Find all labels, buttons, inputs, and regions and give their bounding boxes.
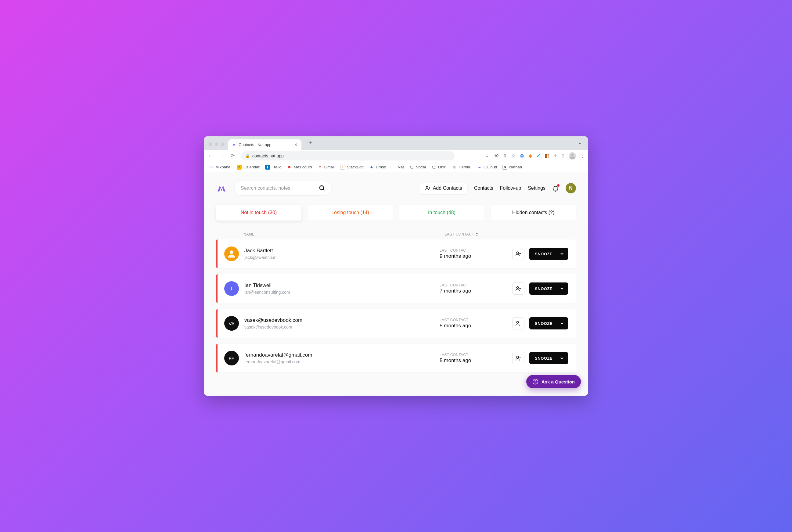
chevron-down-icon[interactable]	[557, 252, 564, 255]
contact-row[interactable]: FE fernandoavarelaf@gmail.com fernandoav…	[216, 344, 576, 373]
search-field[interactable]	[234, 181, 332, 195]
person-icon	[227, 249, 236, 259]
close-window-icon[interactable]	[209, 142, 212, 146]
bookmark-trello[interactable]: ▮Trello	[265, 165, 282, 170]
snooze-label: SNOOZE	[535, 286, 552, 291]
app-logo-icon[interactable]	[216, 183, 227, 194]
toolbar-icons: ⭳ 👁 ⇧ ☆ ◎ ◆ ✔ ◧ ✦ ▯ ⋮	[485, 152, 585, 159]
star-icon[interactable]: ☆	[511, 153, 515, 159]
help-icon	[532, 379, 539, 385]
extensions-icon[interactable]: ✦	[553, 153, 558, 159]
address-bar: ← → ⟳ 🔒 contacts.nat.app ⭳ 👁 ⇧ ☆ ◎ ◆ ✔ ◧…	[204, 150, 588, 162]
reload-button[interactable]: ⟳	[229, 153, 236, 159]
snooze-button[interactable]: SNOOZE	[529, 352, 568, 364]
url-field[interactable]: 🔒 contacts.nat.app	[241, 151, 455, 160]
eye-icon[interactable]: 👁	[494, 153, 499, 159]
minimize-window-icon[interactable]	[215, 142, 219, 146]
contact-name: Jack Bartlett	[244, 248, 434, 254]
app-header: Add Contacts Contacts Follow-up Settings…	[204, 172, 588, 202]
remove-contact-button[interactable]	[512, 317, 525, 329]
browser-tab[interactable]: Contacts | Nat.app ✕	[228, 139, 301, 150]
back-button[interactable]: ←	[207, 153, 214, 159]
filter-row: Not in touch (30) Losing touch (14) In t…	[204, 202, 588, 230]
lock-icon: 🔒	[245, 154, 250, 158]
new-tab-button[interactable]: ＋	[305, 137, 316, 147]
extension-metamask-icon[interactable]: ◆	[528, 153, 532, 159]
add-contacts-button[interactable]: Add Contacts	[420, 182, 467, 194]
tab-title: Contacts | Nat.app	[239, 142, 271, 147]
contact-name: Ian Tidswell	[244, 283, 434, 289]
snooze-label: SNOOZE	[535, 252, 552, 256]
snooze-label: SNOOZE	[535, 356, 552, 361]
nav-followup[interactable]: Follow-up	[500, 186, 521, 191]
remove-contact-button[interactable]	[512, 283, 525, 295]
svg-point-0	[320, 186, 324, 190]
bookmark-stackedit[interactable]: #StackEdit	[340, 165, 364, 170]
share-icon[interactable]: ⇧	[503, 153, 507, 159]
contact-name: vasek@usedevbook.com	[244, 317, 434, 323]
kebab-menu-icon[interactable]: ⋮	[580, 153, 585, 159]
remove-contact-button[interactable]	[512, 248, 525, 260]
contact-avatar: I	[224, 281, 239, 296]
tabs-dropdown-icon[interactable]: ⌄	[576, 138, 585, 147]
th-last-contact[interactable]: LAST CONTACT	[445, 232, 478, 236]
app-content: Add Contacts Contacts Follow-up Settings…	[204, 172, 588, 396]
chevron-down-icon[interactable]	[557, 287, 564, 290]
maximize-window-icon[interactable]	[221, 142, 225, 146]
contact-row[interactable]: Jack Bartlett jack@sweatco.in LAST CONTA…	[216, 240, 576, 268]
bookmark-heroku[interactable]: ◍Heroku	[452, 165, 471, 170]
bookmark-gmail[interactable]: MGmail	[318, 165, 335, 170]
last-contact-label: LAST CONTACT	[440, 353, 507, 357]
bookmark-calendar[interactable]: 2Calendar	[237, 165, 260, 170]
contact-email: jack@sweatco.in	[244, 255, 434, 260]
remove-contact-button[interactable]	[512, 352, 525, 364]
bookmark-oniri[interactable]: ◯Oniri	[431, 165, 446, 170]
forward-button[interactable]: →	[218, 153, 225, 159]
nav-settings[interactable]: Settings	[528, 186, 546, 191]
snooze-button[interactable]: SNOOZE	[529, 283, 568, 295]
search-input[interactable]	[241, 186, 315, 191]
nav-contacts[interactable]: Contacts	[474, 186, 493, 191]
notifications-button[interactable]	[552, 185, 559, 192]
contact-row[interactable]: I Ian Tidswell ian@eenconsulting.com LAS…	[216, 274, 576, 303]
bookmark-gcloud[interactable]: ☁GCloud	[477, 165, 497, 170]
extension-vimeo-icon[interactable]: ✔	[536, 153, 540, 159]
last-contact: LAST CONTACT 7 months ago	[440, 283, 507, 294]
profile-avatar-icon[interactable]	[569, 152, 576, 159]
filter-not-in-touch[interactable]: Not in touch (30)	[216, 205, 301, 221]
svg-line-1	[323, 189, 325, 191]
panel-icon[interactable]: ▯	[562, 153, 564, 159]
th-name: NAME	[243, 232, 255, 236]
browser-window: Contacts | Nat.app ✕ ＋ ⌄ ← → ⟳ 🔒 contact…	[204, 136, 588, 396]
bookmark-umso[interactable]: ◆Umso	[369, 165, 386, 170]
filter-hidden[interactable]: Hidden contacts (?)	[491, 205, 576, 221]
bookmark-mescours[interactable]: ⬢Mes cours	[287, 165, 312, 170]
user-avatar[interactable]: N	[566, 183, 576, 193]
snooze-button[interactable]: SNOOZE	[529, 317, 568, 329]
extension-1password-icon[interactable]: ◎	[520, 153, 524, 159]
contact-name: fernandoavarelaf@gmail.com	[244, 352, 434, 358]
person-minus-icon	[515, 355, 522, 361]
download-icon[interactable]: ⭳	[485, 153, 490, 159]
snooze-button[interactable]: SNOOZE	[529, 248, 568, 260]
chevron-down-icon[interactable]	[557, 356, 564, 360]
svg-point-14	[533, 379, 538, 384]
person-plus-icon	[425, 186, 431, 191]
contact-info: vasek@usedevbook.com vasek@usedevbook.co…	[244, 317, 434, 329]
contact-avatar: FE	[224, 351, 239, 365]
bookmark-nathan[interactable]: NNathan	[503, 165, 522, 170]
chevron-down-icon[interactable]	[557, 322, 564, 325]
bookmark-vocal[interactable]: ◯Vocal	[410, 165, 426, 170]
contact-avatar	[224, 246, 239, 261]
close-tab-icon[interactable]: ✕	[294, 142, 298, 147]
table-header: NAME LAST CONTACT	[204, 230, 588, 240]
window-controls[interactable]	[209, 142, 225, 146]
extension-other-icon[interactable]: ◧	[545, 153, 549, 159]
filter-in-touch[interactable]: In touch (48)	[399, 205, 485, 221]
ask-question-button[interactable]: Ask a Question	[526, 375, 581, 388]
contact-row[interactable]: VA vasek@usedevbook.com vasek@usedevbook…	[216, 309, 576, 338]
filter-losing-touch[interactable]: Losing touch (14)	[307, 205, 393, 221]
bookmark-mixpanel[interactable]: •••Mixpanel	[209, 165, 231, 170]
bookmark-nat[interactable]: Nat	[398, 165, 404, 169]
sort-icon	[475, 232, 478, 236]
